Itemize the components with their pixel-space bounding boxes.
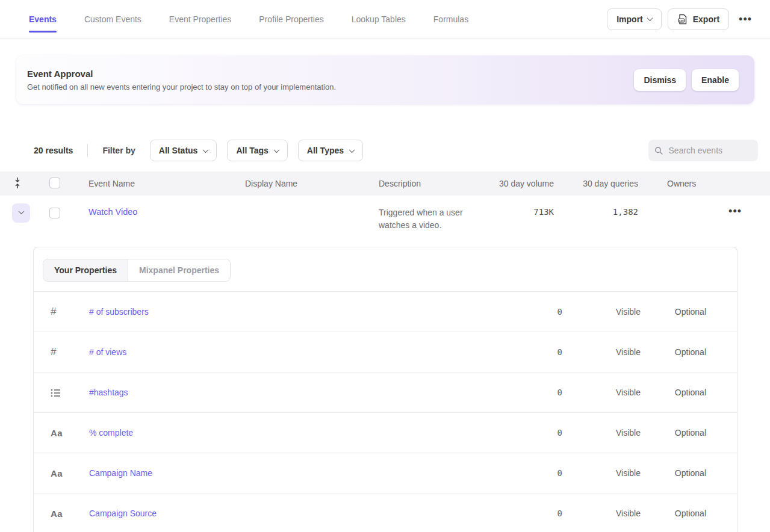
tab-custom-events[interactable]: Custom Events [84, 0, 141, 38]
property-name-link[interactable]: Campaign Source [89, 509, 157, 518]
properties-tab-group: Your Properties Mixpanel Properties [43, 259, 231, 282]
event-table-row: Watch Video Triggered when a user watche… [0, 196, 770, 247]
export-button[interactable]: csv Export [668, 8, 729, 30]
column-description[interactable]: Description [360, 179, 475, 188]
property-volume: 0 [502, 468, 562, 478]
event-approval-banner: Event Approval Get notified on all new e… [16, 55, 754, 104]
description-cell: Triggered when a user watches a video. [360, 203, 475, 232]
property-requirement: Optional [641, 347, 706, 357]
collapse-row-button[interactable] [12, 203, 30, 223]
tab-mixpanel-properties[interactable]: Mixpanel Properties [128, 259, 230, 281]
column-event-name[interactable]: Event Name [70, 179, 226, 188]
status-filter-dropdown[interactable]: All Status [150, 140, 217, 161]
collapse-all-button[interactable] [12, 176, 23, 192]
list-icon [34, 388, 89, 397]
types-filter-label: All Types [307, 146, 344, 155]
property-row: Aa Campaign Source 0 Visible Optional [34, 493, 737, 532]
property-visibility: Visible [562, 468, 641, 478]
property-row: Aa Campaign Name 0 Visible Optional [34, 453, 737, 493]
property-volume: 0 [502, 307, 562, 317]
chevron-down-icon [647, 15, 653, 21]
tab-formulas[interactable]: Formulas [433, 0, 468, 38]
csv-file-icon: csv [677, 14, 688, 25]
column-owners[interactable]: Owners [638, 179, 722, 188]
tab-events[interactable]: Events [29, 0, 57, 38]
event-properties-panel: Your Properties Mixpanel Properties # # … [33, 247, 737, 532]
banner-subtitle: Get notified on all new events entering … [27, 82, 336, 91]
property-visibility: Visible [562, 509, 641, 518]
number-icon: # [34, 346, 89, 358]
property-requirement: Optional [641, 428, 706, 438]
chevron-down-icon [203, 147, 209, 153]
search-box [648, 140, 758, 161]
chevron-down-icon [18, 208, 24, 214]
property-name-link[interactable]: #hashtags [89, 388, 128, 397]
text-icon: Aa [34, 509, 89, 519]
column-30day-volume[interactable]: 30 day volume [475, 179, 554, 188]
property-requirement: Optional [641, 468, 706, 478]
dismiss-button[interactable]: Dismiss [634, 69, 686, 91]
banner-title: Event Approval [27, 69, 336, 79]
text-icon: Aa [34, 428, 89, 438]
import-button[interactable]: Import [607, 8, 662, 30]
row-checkbox[interactable] [49, 208, 60, 218]
chevron-down-icon [349, 147, 355, 153]
search-icon [654, 146, 663, 156]
property-row: #hashtags 0 Visible Optional [34, 373, 737, 413]
property-requirement: Optional [641, 307, 706, 317]
status-filter-label: All Status [159, 146, 198, 155]
event-name-link[interactable]: Watch Video [88, 207, 137, 217]
column-display-name[interactable]: Display Name [226, 179, 360, 188]
text-icon: Aa [34, 468, 89, 478]
column-30day-queries[interactable]: 30 day queries [554, 179, 638, 188]
property-name-link[interactable]: # of views [89, 347, 126, 357]
tags-filter-dropdown[interactable]: All Tags [227, 140, 287, 161]
property-volume: 0 [502, 388, 562, 397]
volume-cell: 713K [475, 203, 554, 217]
nav-more-button[interactable]: ••• [735, 11, 756, 27]
search-input[interactable] [669, 146, 752, 155]
property-visibility: Visible [562, 307, 641, 317]
results-count: 20 results [34, 146, 73, 155]
tab-lookup-tables[interactable]: Lookup Tables [352, 0, 406, 38]
queries-cell: 1,382 [554, 203, 638, 217]
property-visibility: Visible [562, 388, 641, 397]
property-volume: 0 [502, 509, 562, 518]
table-header: Event Name Display Name Description 30 d… [0, 172, 770, 196]
tab-your-properties[interactable]: Your Properties [43, 259, 128, 281]
collapse-rows-icon [13, 177, 22, 189]
property-name-link[interactable]: # of subscribers [89, 307, 149, 317]
number-icon: # [34, 306, 89, 318]
filter-toolbar: 20 results Filter by All Status All Tags… [34, 140, 758, 161]
svg-text:csv: csv [679, 19, 684, 22]
property-requirement: Optional [641, 509, 706, 518]
property-volume: 0 [502, 347, 562, 357]
property-name-link[interactable]: Campaign Name [89, 468, 152, 478]
types-filter-dropdown[interactable]: All Types [298, 140, 363, 161]
nav-tabs: Events Custom Events Event Properties Pr… [29, 0, 468, 38]
property-volume: 0 [502, 428, 562, 438]
tab-event-properties[interactable]: Event Properties [169, 0, 232, 38]
property-row: # # of views 0 Visible Optional [34, 332, 737, 373]
tab-profile-properties[interactable]: Profile Properties [259, 0, 323, 38]
property-visibility: Visible [562, 428, 641, 438]
property-row: Aa % complete 0 Visible Optional [34, 413, 737, 453]
property-visibility: Visible [562, 347, 641, 357]
property-requirement: Optional [641, 388, 706, 397]
select-all-checkbox[interactable] [49, 178, 60, 188]
row-more-button[interactable]: ••• [725, 203, 745, 219]
property-name-link[interactable]: % complete [89, 428, 133, 438]
property-row: # # of subscribers 0 Visible Optional [34, 292, 737, 332]
chevron-down-icon [273, 147, 279, 153]
top-navigation: Events Custom Events Event Properties Pr… [0, 0, 770, 39]
divider [87, 144, 88, 157]
enable-button[interactable]: Enable [692, 69, 739, 91]
export-button-label: Export [693, 14, 719, 24]
tags-filter-label: All Tags [236, 146, 268, 155]
filter-by-label: Filter by [102, 146, 135, 155]
import-button-label: Import [616, 14, 643, 24]
